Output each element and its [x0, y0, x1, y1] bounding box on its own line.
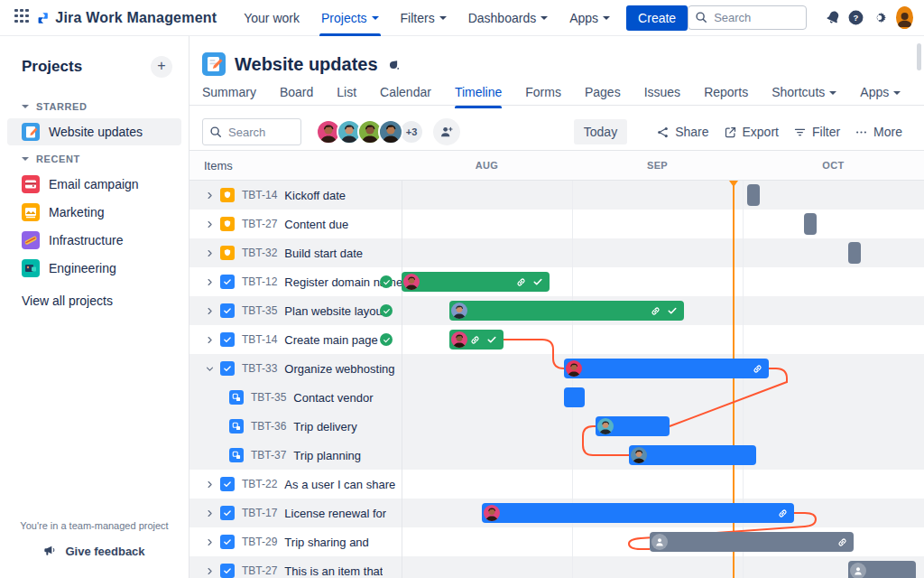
global-search: [688, 5, 807, 30]
row-item-cell[interactable]: TBT-35Plan website layout: [189, 296, 402, 325]
dependency-link-icon: [752, 363, 763, 375]
green-task-bar[interactable]: [449, 301, 684, 321]
row-item-cell[interactable]: TBT-22As a user I can share: [189, 470, 402, 499]
tab-pages[interactable]: Pages: [585, 85, 621, 108]
rename-ink-icon[interactable]: [387, 58, 401, 71]
green-task-bar[interactable]: [449, 330, 504, 350]
chevron-right-icon[interactable]: [202, 332, 217, 347]
chevron-right-icon[interactable]: [202, 188, 217, 202]
done-check-icon: [380, 304, 393, 317]
blue-task-bar[interactable]: [564, 387, 585, 407]
nav-item-your-work[interactable]: Your work: [233, 0, 310, 36]
top-navbar: Jira Work Management Your workProjectsFi…: [0, 0, 924, 36]
tab-board[interactable]: Board: [280, 85, 313, 108]
chevron-right-icon[interactable]: [202, 564, 217, 578]
milestone-bar[interactable]: [848, 242, 861, 264]
tab-apps[interactable]: Apps: [860, 85, 901, 108]
export-button[interactable]: Export: [724, 125, 779, 139]
gray-task-bar[interactable]: [650, 532, 854, 552]
nav-item-apps[interactable]: Apps: [559, 0, 621, 36]
tab-reports[interactable]: Reports: [704, 85, 748, 108]
row-item-cell[interactable]: TBT-14Kickoff date: [189, 181, 402, 210]
row-item-cell[interactable]: TBT-27Content due: [189, 210, 402, 238]
row-item-cell[interactable]: TBT-14Create main page: [189, 325, 402, 354]
member-avatar[interactable]: [378, 119, 403, 144]
chevron-down-icon: [22, 157, 29, 161]
sidebar-item-engineering[interactable]: Engineering: [7, 255, 181, 282]
chevron-right-icon[interactable]: [202, 246, 217, 260]
row-item-cell[interactable]: TBT-35Contact vendor: [189, 383, 402, 412]
tab-shortcuts[interactable]: Shortcuts: [772, 85, 836, 108]
notifications-bell-icon[interactable]: [823, 5, 843, 31]
scrollbar-thumb[interactable]: [917, 43, 921, 70]
gray-task-bar[interactable]: [848, 561, 916, 578]
gear-icon[interactable]: [869, 5, 889, 31]
tab-issues[interactable]: Issues: [644, 85, 680, 108]
assignee-placeholder-icon: [850, 563, 866, 578]
items-column-header: Items: [204, 151, 233, 181]
blue-task-bar[interactable]: [629, 445, 756, 465]
filter-button[interactable]: Filter: [793, 125, 840, 139]
today-button[interactable]: Today: [574, 119, 627, 144]
blue-task-bar[interactable]: [564, 359, 769, 378]
milestone-bar[interactable]: [804, 213, 817, 235]
sidebar-section-recent[interactable]: RECENT: [0, 146, 189, 170]
share-button[interactable]: Share: [656, 125, 708, 139]
chevron-right-icon[interactable]: [202, 506, 217, 520]
milestone-type-icon: [220, 188, 235, 202]
chevron-right-icon[interactable]: [202, 303, 217, 318]
sidebar-item-label: Email campaign: [49, 177, 139, 191]
sidebar-item-infrastructure[interactable]: Infrastructure: [7, 227, 181, 254]
chevron-right-icon[interactable]: [202, 217, 217, 231]
add-project-button[interactable]: +: [151, 56, 172, 78]
view-all-projects-link[interactable]: View all projects: [0, 283, 189, 308]
tab-calendar[interactable]: Calendar: [380, 85, 431, 108]
more-button[interactable]: More: [855, 125, 902, 139]
tab-summary[interactable]: Summary: [202, 85, 256, 108]
row-item-cell[interactable]: TBT-37Trip planning: [189, 441, 402, 470]
blue-task-bar[interactable]: [482, 503, 794, 523]
nav-item-projects[interactable]: Projects: [310, 0, 390, 36]
row-item-cell[interactable]: TBT-17License renewal for: [189, 499, 402, 527]
chevron-right-icon[interactable]: [202, 275, 217, 289]
row-item-cell[interactable]: TBT-32Build start date: [189, 238, 402, 267]
chevron-right-icon[interactable]: [202, 535, 217, 549]
create-button[interactable]: Create: [626, 5, 688, 31]
nav-item-filters[interactable]: Filters: [390, 0, 457, 36]
row-item-cell[interactable]: TBT-33Organize webhosting: [189, 354, 402, 383]
milestone-bar[interactable]: [747, 184, 760, 206]
assignee-avatar: [631, 447, 647, 463]
sidebar-title: Projects: [22, 58, 82, 76]
sidebar-item-website-updates[interactable]: Website updates: [7, 118, 181, 145]
chevron-down-icon: [603, 16, 610, 20]
tab-list[interactable]: List: [337, 85, 356, 108]
give-feedback-button[interactable]: Give feedback: [43, 544, 144, 558]
tab-forms[interactable]: Forms: [525, 85, 561, 108]
task-type-icon: [220, 361, 235, 376]
user-avatar[interactable]: [896, 6, 913, 29]
help-icon[interactable]: ?: [846, 5, 866, 31]
sidebar-item-email-campaign[interactable]: Email campaign: [7, 171, 181, 198]
green-task-bar[interactable]: [402, 272, 550, 292]
sidebar-item-marketing[interactable]: Marketing: [7, 199, 181, 226]
issue-title: Trip sharing and: [284, 536, 368, 549]
row-item-cell[interactable]: TBT-27This is an item that: [189, 556, 402, 578]
jira-work-management-app: Jira Work Management Your workProjectsFi…: [0, 0, 924, 578]
blue-task-bar[interactable]: [596, 416, 670, 436]
nav-item-dashboards[interactable]: Dashboards: [457, 0, 559, 36]
app-switcher-icon[interactable]: [14, 9, 29, 27]
chevron-down-icon[interactable]: [202, 361, 217, 376]
add-people-button[interactable]: [433, 118, 460, 145]
subtask-type-icon: [229, 419, 244, 434]
row-item-cell[interactable]: TBT-12Register domain name: [189, 267, 402, 296]
dependency-link-icon: [515, 276, 527, 288]
row-item-cell[interactable]: TBT-29Trip sharing and: [189, 527, 402, 556]
issue-key: TBT-33: [242, 362, 277, 375]
task-type-icon: [220, 477, 235, 491]
sidebar-section-starred[interactable]: STARRED: [0, 94, 189, 117]
row-item-cell[interactable]: TBT-36Trip delivery: [189, 412, 402, 441]
member-avatars: [316, 119, 403, 144]
tab-timeline[interactable]: Timeline: [455, 85, 502, 108]
issue-key: TBT-14: [242, 189, 277, 201]
chevron-right-icon[interactable]: [202, 477, 217, 491]
